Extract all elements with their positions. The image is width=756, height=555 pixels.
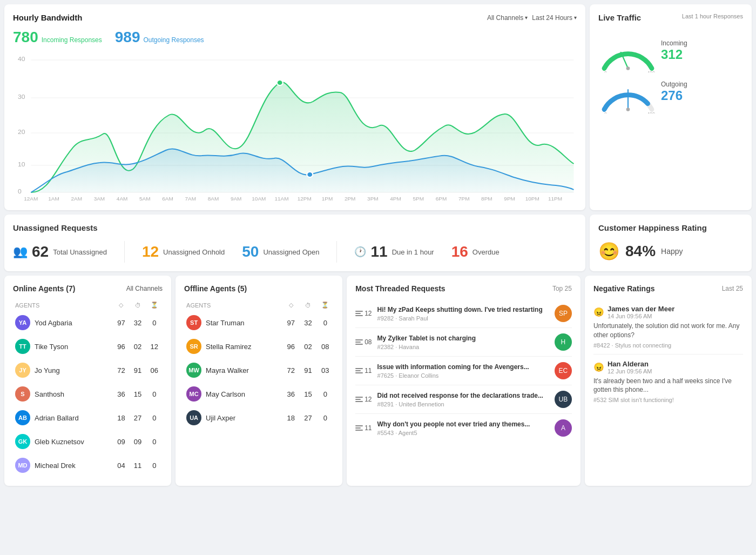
threaded-card: Most Threaded Requests Top 25 12 Hi! My …	[347, 276, 580, 486]
thread-count-icon: 12	[355, 396, 372, 403]
svg-text:3PM: 3PM	[367, 196, 379, 201]
svg-text:7AM: 7AM	[185, 196, 196, 201]
total-unassigned-stat: 👥 62 Total Unassigned	[13, 243, 107, 260]
svg-text:1PM: 1PM	[322, 196, 333, 201]
agent-v3: 0	[316, 311, 334, 335]
agent-v3: 06	[146, 358, 163, 382]
svg-text:30: 30	[18, 93, 25, 100]
agent-name: Star Truman	[206, 319, 245, 327]
offline-agents-title: Offline Agents (5)	[184, 284, 247, 293]
svg-text:4AM: 4AM	[117, 196, 128, 201]
thread-text: Why don't you people not ever tried any …	[377, 420, 549, 429]
svg-text:0: 0	[604, 111, 607, 114]
offline-col-diamond-header: ◇	[282, 299, 300, 311]
agent-v3: 0	[316, 406, 334, 430]
neg-name: James van der Meer	[608, 305, 674, 313]
agent-v1: 36	[282, 382, 300, 406]
incoming-label: Incoming Responses	[42, 36, 102, 44]
thread-count-icon: 08	[355, 338, 372, 346]
outgoing-gauge-number: 276	[661, 88, 687, 103]
svg-text:11PM: 11PM	[548, 196, 562, 201]
table-row: MD Micheal Drek 04 11 0	[13, 453, 163, 477]
negative-list: 😠 James van der Meer 14 Jun 09:56 AM Unf…	[593, 299, 743, 409]
onhold-label: Unassigned Onhold	[163, 248, 225, 256]
outgoing-gauge: 0 400 Outgoing 276	[598, 76, 743, 108]
onhold-number: 12	[142, 243, 159, 260]
agent-v1: 18	[282, 406, 300, 430]
agent-v3: 0	[146, 406, 163, 430]
agent-v3: 0	[146, 311, 163, 335]
negative-card: Negative Ratings Last 25 😠 James van der…	[585, 276, 752, 486]
agent-v2: 91	[300, 358, 317, 382]
svg-text:2AM: 2AM	[71, 196, 82, 201]
svg-text:12PM: 12PM	[298, 196, 312, 201]
svg-point-43	[626, 108, 630, 111]
incoming-number: 780	[13, 29, 38, 46]
live-traffic-subtitle: Last 1 hour Responses	[682, 13, 743, 19]
neg-date: 12 Jun 09:56 AM	[608, 368, 652, 375]
offline-agents-card: Offline Agents (5) AGENTS ◇ ⏱ ⏳ ST Star …	[176, 276, 342, 486]
agent-v3: 12	[146, 335, 163, 358]
agent-v2: 09	[130, 430, 146, 453]
table-row: S Santhosh 36 15 0	[13, 382, 163, 406]
thread-meta: #5543 · Agent5	[377, 430, 549, 436]
threaded-list: 12 Hi! My zPad Keeps shutting down. I've…	[355, 299, 572, 442]
neg-name: Han Alderan	[608, 360, 652, 368]
total-label: Total Unassigned	[53, 248, 107, 256]
thread-count-number: 12	[364, 396, 372, 403]
agent-v1: 04	[113, 453, 130, 477]
svg-text:8AM: 8AM	[208, 196, 219, 201]
table-row: MC May Carlson 36 15 0	[184, 382, 334, 406]
agent-v2: 27	[130, 406, 146, 430]
svg-text:0: 0	[18, 188, 22, 195]
table-row: AB Adrian Ballard 18 27 0	[13, 406, 163, 430]
svg-text:20: 20	[18, 129, 25, 135]
offline-col-hourglass-header: ⏳	[316, 299, 334, 311]
agent-v3: 0	[146, 430, 163, 453]
open-number: 50	[242, 243, 259, 260]
svg-text:9AM: 9AM	[231, 196, 242, 201]
unassigned-title: Unassigned Requests	[13, 223, 577, 232]
thread-count-number: 11	[364, 367, 372, 375]
time-dropdown[interactable]: Last 24 Hours	[532, 14, 577, 22]
agent-v2: 11	[130, 453, 146, 477]
agent-v1: 72	[113, 358, 130, 382]
svg-text:5AM: 5AM	[139, 196, 151, 201]
channel-dropdown[interactable]: All Channels	[487, 14, 528, 22]
agent-v1: 09	[113, 430, 130, 453]
agent-name: May Carlson	[206, 390, 245, 398]
agent-name: Ujil Axper	[206, 414, 235, 422]
table-row: ST Star Truman 97 32 0	[184, 311, 334, 335]
thread-count-icon: 11	[355, 424, 372, 432]
svg-point-11	[307, 172, 313, 177]
bandwidth-title: Hourly Bandwidth	[13, 13, 82, 22]
agent-v1: 36	[113, 382, 130, 406]
thread-count-icon: 12	[355, 310, 372, 317]
negative-last: Last 25	[722, 285, 743, 292]
incoming-gauge: 0 400 Incoming 312	[598, 35, 743, 67]
table-row: GK Gleb Kuznetsov 09 09 0	[13, 430, 163, 453]
neg-message: Unfortunately, the solution did not work…	[593, 322, 743, 340]
svg-text:10PM: 10PM	[525, 196, 539, 201]
total-number: 62	[32, 243, 49, 260]
agent-name: Micheal Drek	[35, 462, 76, 470]
overdue-stat: 16 Overdue	[451, 243, 500, 260]
col-diamond-header: ◇	[113, 299, 130, 311]
svg-text:2PM: 2PM	[345, 196, 356, 201]
svg-text:40: 40	[18, 56, 25, 62]
svg-text:10: 10	[18, 161, 25, 168]
agent-name: Jo Yung	[35, 366, 60, 375]
happiness-card: Customer Happiness Rating 😊 84% Happy	[590, 215, 752, 271]
thread-meta: #2382 · Havana	[377, 344, 549, 350]
svg-text:8PM: 8PM	[481, 196, 492, 201]
col-hourglass-header: ⏳	[146, 299, 163, 311]
agent-v2: 91	[130, 358, 146, 382]
svg-text:400: 400	[647, 70, 655, 73]
thread-avatar: A	[555, 419, 572, 437]
agent-v2: 32	[130, 311, 146, 335]
thread-avatar: SP	[555, 305, 572, 322]
agent-v2: 32	[300, 311, 317, 335]
list-item: 12 Did not received response for the dec…	[355, 385, 572, 414]
list-item: 08 My Zylker Tablet is not charging #238…	[355, 328, 572, 357]
svg-text:9PM: 9PM	[504, 196, 515, 201]
